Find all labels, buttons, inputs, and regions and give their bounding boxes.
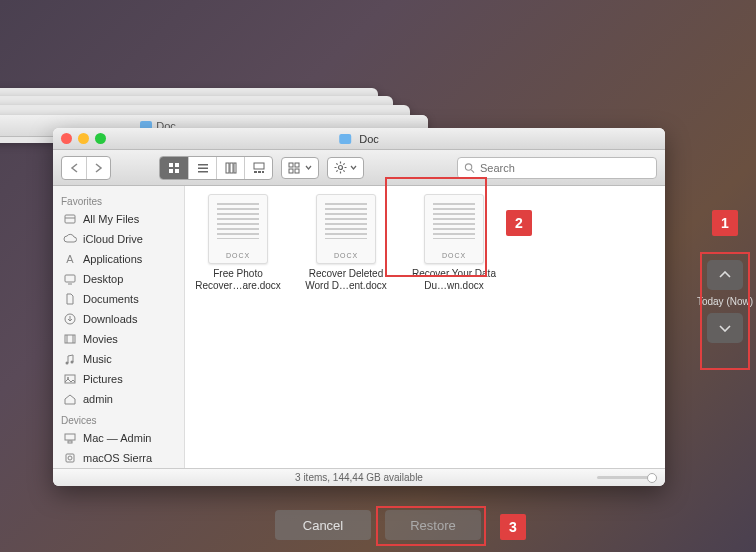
all-files-icon <box>63 212 77 226</box>
folder-icon <box>339 134 351 144</box>
svg-line-23 <box>336 163 337 164</box>
back-button[interactable] <box>62 157 86 179</box>
file-name: Recover Your Data Du…wn.docx <box>409 268 499 292</box>
annotation-1: 1 <box>712 210 738 236</box>
svg-rect-7 <box>226 163 229 173</box>
sidebar-item-fav-0[interactable]: All My Files <box>53 209 184 229</box>
sidebar-item-fav-1[interactable]: iCloud Drive <box>53 229 184 249</box>
svg-point-18 <box>339 166 343 170</box>
view-gallery-button[interactable] <box>244 157 272 179</box>
svg-rect-13 <box>262 171 264 173</box>
sidebar-item-label: Pictures <box>83 373 123 385</box>
file-item-2[interactable]: DOCXRecover Your Data Du…wn.docx <box>409 194 499 292</box>
gear-icon <box>334 161 347 174</box>
sidebar-item-fav-3[interactable]: Desktop <box>53 269 184 289</box>
svg-rect-12 <box>258 171 261 173</box>
documents-icon <box>63 292 77 306</box>
titlebar: Doc <box>53 128 665 150</box>
toolbar <box>53 150 665 186</box>
file-name: Recover Deleted Word D…ent.docx <box>301 268 391 292</box>
disk-icon <box>63 451 77 465</box>
sidebar-item-label: Music <box>83 353 112 365</box>
view-columns-button[interactable] <box>216 157 244 179</box>
svg-rect-0 <box>169 163 173 167</box>
home-icon <box>63 392 77 406</box>
svg-rect-10 <box>254 163 264 169</box>
movies-icon <box>63 332 77 346</box>
document-icon: DOCX <box>424 194 484 264</box>
chevron-down-icon <box>719 324 731 332</box>
svg-rect-29 <box>65 215 75 223</box>
cloud-icon <box>63 232 77 246</box>
sidebar-item-fav-8[interactable]: Pictures <box>53 369 184 389</box>
sidebar-item-fav-4[interactable]: Documents <box>53 289 184 309</box>
annotation-3: 3 <box>500 514 526 540</box>
file-extension: DOCX <box>209 252 267 259</box>
status-text: 3 items, 144,44 GB available <box>295 472 423 483</box>
status-bar: 3 items, 144,44 GB available <box>53 468 665 486</box>
svg-rect-4 <box>198 164 208 166</box>
file-item-0[interactable]: DOCXFree Photo Recover…are.docx <box>193 194 283 292</box>
search-icon <box>464 162 475 174</box>
view-list-button[interactable] <box>188 157 216 179</box>
sidebar-item-fav-6[interactable]: Movies <box>53 329 184 349</box>
computer-icon <box>63 431 77 445</box>
cancel-button[interactable]: Cancel <box>275 510 371 540</box>
svg-rect-40 <box>65 375 75 383</box>
close-button[interactable] <box>61 133 72 144</box>
svg-rect-1 <box>175 163 179 167</box>
music-icon <box>63 352 77 366</box>
search-input[interactable] <box>480 162 650 174</box>
file-item-1[interactable]: DOCXRecover Deleted Word D…ent.docx <box>301 194 391 292</box>
svg-line-24 <box>343 170 344 171</box>
chevron-down-icon <box>350 165 357 170</box>
minimize-button[interactable] <box>78 133 89 144</box>
sidebar-item-label: Downloads <box>83 313 137 325</box>
apps-icon: A <box>63 252 77 266</box>
sidebar-item-label: iCloud Drive <box>83 233 143 245</box>
maximize-button[interactable] <box>95 133 106 144</box>
svg-rect-17 <box>295 169 299 173</box>
sidebar-item-label: Movies <box>83 333 118 345</box>
svg-point-45 <box>68 456 72 460</box>
timeline-down-button[interactable] <box>707 313 743 343</box>
sidebar-item-label: macOS Sierra <box>83 452 152 464</box>
svg-rect-5 <box>198 167 208 169</box>
sidebar-heading-favorites: Favorites <box>53 190 184 209</box>
svg-point-38 <box>66 362 69 365</box>
svg-text:A: A <box>66 253 74 265</box>
view-icons-button[interactable] <box>160 157 188 179</box>
arrange-button[interactable] <box>281 157 319 179</box>
svg-rect-42 <box>65 434 75 440</box>
svg-rect-14 <box>289 163 293 167</box>
sidebar-item-fav-2[interactable]: AApplications <box>53 249 184 269</box>
restore-button[interactable]: Restore <box>385 510 481 540</box>
svg-rect-8 <box>230 163 233 173</box>
forward-button[interactable] <box>86 157 110 179</box>
svg-rect-43 <box>68 441 72 443</box>
timeline-up-button[interactable] <box>707 260 743 290</box>
file-extension: DOCX <box>425 252 483 259</box>
sidebar-item-fav-7[interactable]: Music <box>53 349 184 369</box>
search-field[interactable] <box>457 157 657 179</box>
sidebar-item-label: Mac — Admin <box>83 432 151 444</box>
pictures-icon <box>63 372 77 386</box>
svg-line-25 <box>343 163 344 164</box>
zoom-slider[interactable] <box>597 472 657 482</box>
svg-line-26 <box>336 170 337 171</box>
sidebar-heading-devices: Devices <box>53 409 184 428</box>
desktop-icon <box>63 272 77 286</box>
sidebar-item-fav-9[interactable]: admin <box>53 389 184 409</box>
svg-line-28 <box>471 169 474 172</box>
nav-back-forward <box>61 156 111 180</box>
svg-rect-15 <box>295 163 299 167</box>
sidebar-item-fav-5[interactable]: Downloads <box>53 309 184 329</box>
sidebar-item-label: All My Files <box>83 213 139 225</box>
svg-rect-6 <box>198 171 208 173</box>
sidebar-item-dev-1[interactable]: macOS Sierra <box>53 448 184 468</box>
sidebar-item-label: Documents <box>83 293 139 305</box>
action-button[interactable] <box>327 157 364 179</box>
document-icon: DOCX <box>208 194 268 264</box>
sidebar-item-dev-0[interactable]: Mac — Admin <box>53 428 184 448</box>
svg-point-27 <box>465 163 471 169</box>
